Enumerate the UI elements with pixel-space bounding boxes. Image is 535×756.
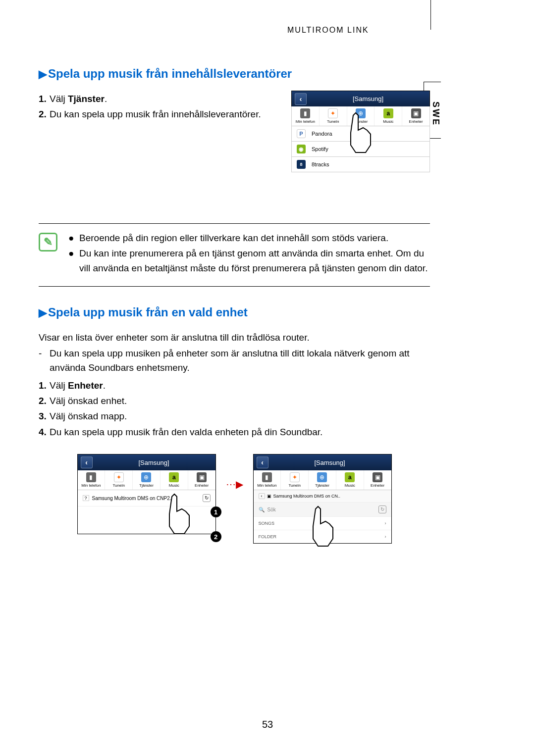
nav-item: ✦TuneIn [281, 470, 309, 490]
nav-item: ⊕Tjänster [347, 106, 375, 126]
section2-step-3: 3. Välj önskad mapp. [50, 409, 430, 423]
nav-row: ▮Min telefon ✦TuneIn ⊕Tjänster aMusic ▣E… [78, 470, 215, 490]
nav-item: aMusic [336, 470, 364, 490]
step-number: 2. [39, 107, 47, 121]
step-number: 3. [39, 409, 47, 423]
step-text: Du kan spela upp musik från den valda en… [50, 427, 322, 437]
nav-item: ▮Min telefon [292, 106, 320, 126]
globe-icon: ⊕ [356, 108, 366, 118]
note-item: ●Du kan inte prenumerera på en tjänst ge… [68, 246, 430, 275]
back-icon: ‹ [295, 93, 307, 105]
header-section-label: Multiroom Link [287, 26, 369, 35]
speaker-icon: ▣ [411, 108, 421, 118]
note-icon: ✎ [39, 233, 57, 252]
header-divider [430, 0, 431, 30]
step-number: 4. [39, 425, 47, 439]
blank-area [78, 506, 215, 534]
chevron-right-icon: › [385, 534, 386, 539]
step-number: 2. [39, 394, 47, 408]
nav-item: ▣Enheter [188, 470, 215, 490]
back-icon: ‹ [257, 456, 268, 468]
bullet-icon: ● [68, 231, 74, 245]
screenshot-header: ‹ [Samsung] [291, 91, 430, 106]
step-number: 1. [39, 92, 47, 106]
nav-item: ⊕Tjänster [133, 470, 160, 490]
service-spotify: ◉Spotify [291, 142, 430, 157]
amazon-icon: a [383, 108, 393, 118]
section2-step-1: 1. Välj Enheter. [50, 378, 430, 393]
screenshot-services: ‹ [Samsung] ▮Min telefon ✦TuneIn ⊕Tjänst… [291, 91, 430, 172]
device-list-row: ? Samsung Multiroom DMS on CNP2... ↻ [78, 490, 215, 506]
screenshot-title: [Samsung] [271, 459, 388, 466]
nav-item: ✦TuneIn [105, 470, 133, 490]
section2-dash-item: Du kan spela upp musiken på enheter som … [39, 346, 430, 375]
nav-item: aMusic [374, 106, 402, 126]
flow-arrow-icon: ⋯▶ [226, 478, 243, 490]
tunein-icon: ✦ [328, 108, 338, 118]
tunein-icon: ✦ [114, 472, 124, 482]
note-item: ●Beroende på din region eller tillverkar… [68, 231, 430, 245]
nav-item: ▮Min telefon [254, 470, 281, 490]
step-text: Välj Tjänster. [50, 94, 107, 104]
note-box: ✎ ●Beroende på din region eller tillverk… [39, 223, 430, 287]
section1-heading: ▶Spela upp musik från innehållsleverantö… [39, 67, 430, 81]
section2-step-2: 2. Välj önskad enhet. [50, 394, 430, 408]
step-text: Välj önskad mapp. [50, 411, 127, 421]
nav-row: ▮Min telefon ✦TuneIn ⊕Tjänster aMusic ▣E… [291, 106, 430, 126]
pandora-icon: P [297, 129, 306, 138]
tunein-icon: ✦ [290, 472, 300, 482]
nav-item: ▣Enheter [364, 470, 391, 490]
callout-2: 2 [211, 531, 221, 542]
nav-row: ▮Min telefon ✦TuneIn ⊕Tjänster aMusic ▣E… [254, 470, 391, 490]
section1-step-1: 1. Välj Tjänster. [50, 92, 267, 106]
chevron-right-icon: › [385, 521, 386, 526]
nav-item: ✦TuneIn [320, 106, 347, 126]
nav-item: aMusic [160, 470, 188, 490]
page-number: 53 [0, 719, 535, 730]
screenshot-title: [Samsung] [96, 459, 213, 466]
section2-heading: ▶Spela upp musik från en vald enhet [39, 305, 430, 319]
section2-intro: Visar en lista över enheter som är anslu… [39, 330, 430, 345]
back-icon: ‹ [81, 456, 93, 468]
phone-icon: ▮ [300, 108, 310, 118]
step-text: Välj önskad enhet. [50, 396, 127, 406]
globe-icon: ⊕ [317, 472, 327, 482]
refresh-icon: ↻ [378, 505, 386, 513]
folder-folder: FOLDER› [254, 530, 391, 543]
crumb-back-icon: ‹ [259, 493, 265, 499]
play-arrow-icon: ▶ [39, 306, 47, 319]
folder-songs: SONGS› [254, 516, 391, 530]
search-row: 🔍 Sök ↻ [254, 503, 391, 516]
section1-heading-text: Spela upp musik från innehållsleverantör… [48, 67, 292, 80]
screenshot-devices-2: ‹ [Samsung] ▮Min telefon ✦TuneIn ⊕Tjänst… [253, 454, 392, 544]
phone-icon: ▮ [262, 472, 272, 482]
service-8tracks: 88tracks [291, 157, 430, 172]
step-text: Välj Enheter. [50, 380, 106, 391]
folder-icon: ▣ [267, 494, 271, 499]
screenshot-title: [Samsung] [310, 95, 427, 102]
device-badge-icon: ? [83, 495, 89, 501]
step-number: 1. [39, 378, 47, 393]
amazon-icon: a [169, 472, 179, 482]
spotify-icon: ◉ [297, 145, 306, 153]
globe-icon: ⊕ [141, 472, 151, 482]
section2-heading-text: Spela upp musik från en vald enhet [48, 305, 248, 319]
bullet-icon: ● [68, 246, 74, 260]
breadcrumb-row: ‹ ▣ Samsung Multiroom DMS on CN.. [254, 490, 391, 503]
screenshot-header: ‹ [Samsung] [254, 454, 391, 470]
nav-item: ⊕Tjänster [309, 470, 336, 490]
screenshot-devices-1: ‹ [Samsung] ▮Min telefon ✦TuneIn ⊕Tjänst… [77, 454, 216, 534]
nav-item: ▮Min telefon [78, 470, 106, 490]
nav-item: ▣Enheter [402, 106, 429, 126]
amazon-icon: a [345, 472, 355, 482]
phone-icon: ▮ [86, 472, 96, 482]
screenshot-header: ‹ [Samsung] [78, 454, 215, 470]
step-text: Du kan spela upp musik från innehållslev… [50, 109, 261, 119]
refresh-icon: ↻ [203, 494, 211, 502]
speaker-icon: ▣ [373, 472, 382, 482]
section2-step-4: 4. Du kan spela upp musik från den valda… [50, 425, 430, 439]
service-pandora: PPandora [291, 126, 430, 142]
callout-1: 1 [211, 506, 221, 517]
search-icon: 🔍 [259, 507, 265, 512]
speaker-icon: ▣ [197, 472, 207, 482]
